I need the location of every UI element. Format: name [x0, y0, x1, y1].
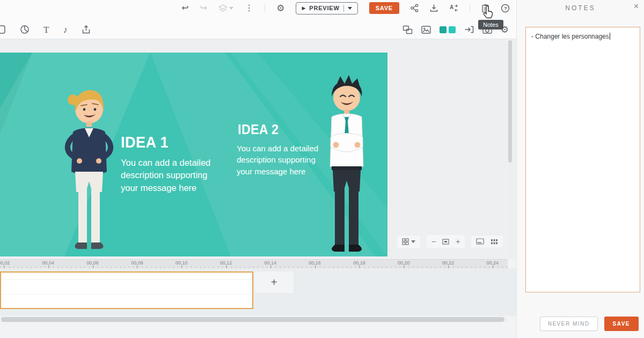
preview-label: PREVIEW [309, 5, 339, 11]
preview-button[interactable]: ▶ PREVIEW [296, 2, 357, 14]
scene-text-idea1-title[interactable]: IDEA 1 [121, 133, 169, 152]
notes-panel-actions: NEVER MIND SAVE [540, 317, 639, 331]
canvas-area: IDEA 1 You can add a detailed descriptio… [0, 39, 516, 259]
editor-area: ↩ ↪ ⋮ ⚙ [0, 0, 516, 338]
help-button[interactable]: ? [501, 4, 510, 13]
scene-text-idea1-description[interactable]: You can add a detailed description suppo… [121, 157, 215, 194]
zoom-fit-button[interactable] [440, 237, 451, 246]
notes-panel: NOTES × - Changer les personnages NEVER … [516, 0, 644, 338]
storyboard-view-button[interactable] [488, 237, 500, 246]
canvas-vertical-scrollbar[interactable] [508, 40, 512, 257]
character-man[interactable] [312, 74, 381, 254]
layout-swap-icon [402, 25, 413, 34]
subtitle-view-button[interactable] [474, 237, 486, 246]
notes-text-input[interactable]: - Changer les personnages [525, 27, 640, 292]
translate-icon: A [449, 4, 458, 12]
view-control-group [471, 236, 503, 247]
chart-tool-button[interactable] [20, 25, 30, 34]
more-options-button[interactable]: ⋮ [245, 4, 253, 12]
share-button[interactable] [411, 4, 419, 12]
undo-button[interactable]: ↩ [181, 4, 188, 12]
redo-button[interactable]: ↪ [200, 4, 207, 12]
gear-icon: ⚙ [276, 4, 284, 13]
layout-button[interactable] [402, 25, 413, 34]
scrollbar-thumb[interactable] [508, 40, 512, 163]
text-cursor [610, 33, 610, 40]
zoom-out-button[interactable]: − [429, 236, 438, 247]
color-swatch-teal-dark[interactable] [440, 26, 447, 33]
chevron-down-icon [348, 7, 352, 10]
partial-icon [0, 25, 6, 34]
notes-icon [481, 4, 489, 13]
grid-toggle-button[interactable] [400, 237, 418, 247]
close-notes-button[interactable]: × [634, 2, 639, 11]
upload-icon [82, 25, 91, 34]
partial-asset-button[interactable] [0, 25, 6, 34]
timeline-horizontal-scrollbar[interactable] [0, 317, 508, 322]
add-scene-button[interactable]: + [254, 271, 294, 293]
image-icon [421, 26, 431, 34]
app-root: ↩ ↪ ⋮ ⚙ [0, 0, 644, 338]
asset-toolbar-left: T ♪ [0, 20, 91, 39]
clip-row-divider [1, 294, 252, 295]
fit-screen-icon [442, 239, 449, 245]
kebab-icon: ⋮ [245, 4, 253, 12]
scene-text-idea2-title[interactable]: IDEA 2 [238, 121, 279, 137]
layers-icon [218, 4, 228, 12]
scene-text-idea2-description[interactable]: You can add a detailed description suppo… [237, 143, 323, 177]
background-image-button[interactable] [421, 26, 431, 34]
svg-text:?: ? [504, 5, 507, 11]
timeline-label: 00,02 [0, 260, 10, 266]
color-swatch-teal-light[interactable] [449, 26, 456, 33]
help-icon: ? [501, 4, 510, 13]
text-tool-button[interactable]: T [43, 25, 49, 34]
top-toolbar: ↩ ↪ ⋮ ⚙ [0, 0, 516, 16]
music-note-icon: ♪ [63, 25, 68, 34]
toolbar-divider [265, 4, 265, 12]
asset-toolbar: T ♪ [0, 20, 516, 39]
timeline-track-area: + [0, 268, 516, 316]
zoom-control-group: − + [427, 235, 465, 248]
upload-tool-button[interactable] [82, 25, 91, 34]
translate-button[interactable]: A [449, 4, 458, 12]
grid-control-group [397, 236, 420, 248]
background-color-swatches [440, 26, 456, 33]
notes-text-value: - Changer les personnages [531, 33, 609, 40]
scrollbar-thumb[interactable] [1, 317, 504, 322]
subtitle-icon [476, 238, 484, 245]
chevron-down-icon [411, 240, 415, 243]
download-button[interactable] [430, 4, 438, 12]
pie-chart-icon [20, 25, 30, 34]
enter-exit-button[interactable] [464, 25, 474, 34]
timeline-ruler[interactable]: 00,0200,0400,0600,0800,1000,1200,1400,16… [0, 259, 508, 268]
clip-row-divider [1, 279, 252, 280]
top-toolbar-group: ↩ ↪ ⋮ ⚙ [181, 0, 510, 16]
close-icon: × [634, 2, 639, 11]
save-notes-button[interactable]: SAVE [604, 317, 639, 331]
timeline-clip-selected[interactable] [0, 271, 253, 309]
notes-panel-title: NOTES [517, 4, 644, 12]
preview-divider [343, 5, 344, 12]
never-mind-button[interactable]: NEVER MIND [540, 317, 598, 331]
share-icon [411, 4, 419, 12]
video-scene[interactable]: IDEA 1 You can add a detailed descriptio… [0, 53, 387, 256]
audio-tool-button[interactable]: ♪ [63, 25, 68, 34]
play-icon: ▶ [302, 5, 305, 11]
text-tool-icon: T [43, 25, 49, 34]
layers-button[interactable] [218, 4, 233, 12]
download-icon [430, 4, 438, 12]
character-woman[interactable] [54, 87, 125, 252]
exit-arrow-icon [464, 25, 474, 34]
storyboard-grid-icon [491, 239, 498, 245]
notes-tooltip: Notes [478, 20, 503, 30]
redo-icon: ↪ [200, 4, 207, 12]
zoom-in-button[interactable]: + [453, 236, 462, 247]
settings-button[interactable]: ⚙ [276, 4, 284, 13]
notes-button[interactable] [481, 4, 489, 13]
toolbar-divider [470, 4, 470, 12]
canvas-controls: − + [397, 235, 503, 248]
svg-text:A: A [450, 4, 453, 10]
undo-icon: ↩ [181, 4, 188, 12]
save-button[interactable]: SAVE [369, 2, 399, 14]
grid-icon [402, 238, 409, 245]
